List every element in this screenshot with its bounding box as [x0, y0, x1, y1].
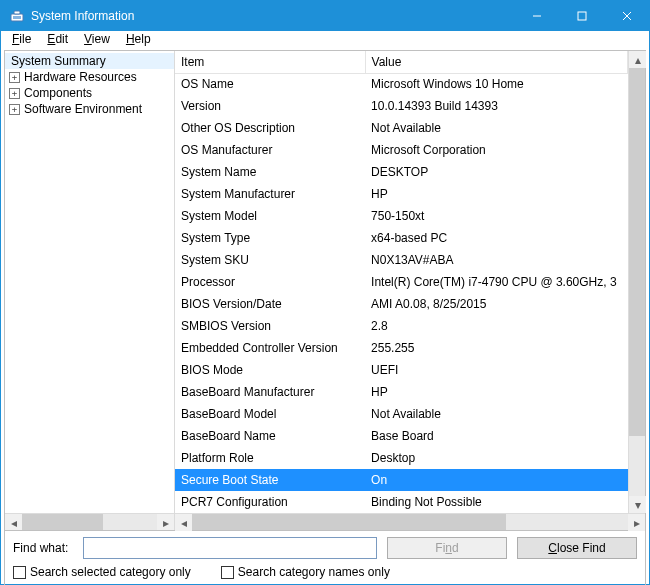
svg-rect-4 — [578, 12, 586, 20]
find-input[interactable] — [83, 537, 377, 559]
scroll-up-icon[interactable]: ▴ — [629, 51, 646, 68]
scroll-left-icon[interactable]: ◂ — [175, 514, 192, 531]
column-header-value[interactable]: Value — [365, 51, 627, 73]
find-label: Find what: — [13, 541, 73, 555]
table-row[interactable]: ProcessorIntel(R) Core(TM) i7-4790 CPU @… — [175, 271, 628, 293]
svg-rect-1 — [13, 16, 21, 19]
table-row[interactable]: BaseBoard NameBase Board — [175, 425, 628, 447]
table-row[interactable]: System NameDESKTOP — [175, 161, 628, 183]
svg-rect-2 — [14, 11, 20, 14]
menu-view[interactable]: View — [77, 31, 117, 47]
cell-value: DESKTOP — [365, 161, 627, 183]
cell-item: Version — [175, 95, 365, 117]
tree-item[interactable]: +Hardware Resources — [5, 69, 174, 85]
cell-value: Microsoft Windows 10 Home — [365, 73, 627, 95]
expand-icon[interactable]: + — [9, 72, 20, 83]
table-row[interactable]: OS ManufacturerMicrosoft Corporation — [175, 139, 628, 161]
search-options-row: Search selected category only Search cat… — [13, 565, 637, 581]
find-button[interactable]: Find — [387, 537, 507, 559]
table-row[interactable]: OS NameMicrosoft Windows 10 Home — [175, 73, 628, 95]
close-button[interactable] — [604, 1, 649, 31]
table-vscroll-thumb[interactable] — [629, 68, 645, 436]
cell-item: PCR7 Configuration — [175, 491, 365, 513]
tree-item-label: Hardware Resources — [24, 70, 137, 84]
chk-search-names[interactable]: Search category names only — [221, 565, 390, 579]
minimize-button[interactable] — [514, 1, 559, 31]
close-find-button[interactable]: Close Find — [517, 537, 637, 559]
cell-value: HP — [365, 183, 627, 205]
table-row[interactable]: Embedded Controller Version255.255 — [175, 337, 628, 359]
search-row: Find what: Find Close Find — [13, 537, 637, 559]
chk-search-category[interactable]: Search selected category only — [13, 565, 191, 579]
scroll-right-icon[interactable]: ▸ — [628, 514, 645, 531]
cell-item: SMBIOS Version — [175, 315, 365, 337]
cell-item: Other OS Description — [175, 117, 365, 139]
table-hscrollbar[interactable]: ◂ ▸ — [175, 513, 645, 530]
cell-value: AMI A0.08, 8/25/2015 — [365, 293, 627, 315]
expand-icon[interactable]: + — [9, 88, 20, 99]
tree-item[interactable]: System Summary — [5, 53, 174, 69]
cell-value: N0X13AV#ABA — [365, 249, 627, 271]
cell-value: x64-based PC — [365, 227, 627, 249]
tree-item[interactable]: +Components — [5, 85, 174, 101]
app-icon — [9, 8, 25, 24]
cell-item: BIOS Version/Date — [175, 293, 365, 315]
expand-icon[interactable]: + — [9, 104, 20, 115]
chk-search-category-label: Search selected category only — [30, 565, 191, 579]
split-panes: System Summary+Hardware Resources+Compon… — [5, 51, 645, 530]
cell-item: BaseBoard Manufacturer — [175, 381, 365, 403]
table-row[interactable]: Version10.0.14393 Build 14393 — [175, 95, 628, 117]
menu-file[interactable]: File — [5, 31, 38, 47]
cell-item: System Model — [175, 205, 365, 227]
cell-value: Microsoft Corporation — [365, 139, 627, 161]
checkbox-icon — [13, 566, 26, 579]
menu-edit[interactable]: Edit — [40, 31, 75, 47]
table-row[interactable]: Secure Boot StateOn — [175, 469, 628, 491]
cell-item: System Manufacturer — [175, 183, 365, 205]
cell-value: 750-150xt — [365, 205, 627, 227]
table-row[interactable]: BaseBoard ModelNot Available — [175, 403, 628, 425]
table-row[interactable]: System ManufacturerHP — [175, 183, 628, 205]
tree-item[interactable]: +Software Environment — [5, 101, 174, 117]
menu-help[interactable]: Help — [119, 31, 158, 47]
cell-value: Intel(R) Core(TM) i7-4790 CPU @ 3.60GHz,… — [365, 271, 627, 293]
table-hscroll-track[interactable] — [192, 514, 628, 530]
cell-item: System Type — [175, 227, 365, 249]
column-header-item[interactable]: Item — [175, 51, 365, 73]
details-table[interactable]: Item Value OS NameMicrosoft Windows 10 H… — [175, 51, 628, 513]
nav-tree[interactable]: System Summary+Hardware Resources+Compon… — [5, 51, 174, 513]
table-row[interactable]: SMBIOS Version2.8 — [175, 315, 628, 337]
table-row[interactable]: Platform RoleDesktop — [175, 447, 628, 469]
tree-item-label: Software Environment — [24, 102, 142, 116]
table-row[interactable]: BaseBoard ManufacturerHP — [175, 381, 628, 403]
scroll-right-icon[interactable]: ▸ — [157, 514, 174, 531]
cell-item: OS Name — [175, 73, 365, 95]
tree-hscroll-track[interactable] — [22, 514, 157, 530]
cell-value: UEFI — [365, 359, 627, 381]
tree-pane: System Summary+Hardware Resources+Compon… — [5, 51, 175, 530]
table-pane: Item Value OS NameMicrosoft Windows 10 H… — [175, 51, 645, 530]
checkbox-icon — [221, 566, 234, 579]
table-row[interactable]: BIOS ModeUEFI — [175, 359, 628, 381]
menubar: File Edit View Help — [1, 31, 649, 47]
cell-item: System SKU — [175, 249, 365, 271]
scroll-down-icon[interactable]: ▾ — [629, 496, 646, 513]
cell-item: BaseBoard Name — [175, 425, 365, 447]
table-row[interactable]: PCR7 ConfigurationBinding Not Possible — [175, 491, 628, 513]
titlebar[interactable]: System Information — [1, 1, 649, 31]
table-row[interactable]: System Typex64-based PC — [175, 227, 628, 249]
cell-value: HP — [365, 381, 627, 403]
window: System Information File Edit View Help S… — [0, 0, 650, 585]
tree-hscrollbar[interactable]: ◂ ▸ — [5, 513, 174, 530]
table-row[interactable]: Other OS DescriptionNot Available — [175, 117, 628, 139]
tree-hscroll-thumb[interactable] — [22, 514, 103, 530]
maximize-button[interactable] — [559, 1, 604, 31]
table-hscroll-thumb[interactable] — [192, 514, 506, 530]
scroll-left-icon[interactable]: ◂ — [5, 514, 22, 531]
table-vscroll-track[interactable] — [629, 68, 645, 496]
table-row[interactable]: System Model750-150xt — [175, 205, 628, 227]
table-row[interactable]: System SKUN0X13AV#ABA — [175, 249, 628, 271]
table-vscrollbar[interactable]: ▴ ▾ — [628, 51, 645, 513]
table-row[interactable]: BIOS Version/DateAMI A0.08, 8/25/2015 — [175, 293, 628, 315]
cell-item: BaseBoard Model — [175, 403, 365, 425]
